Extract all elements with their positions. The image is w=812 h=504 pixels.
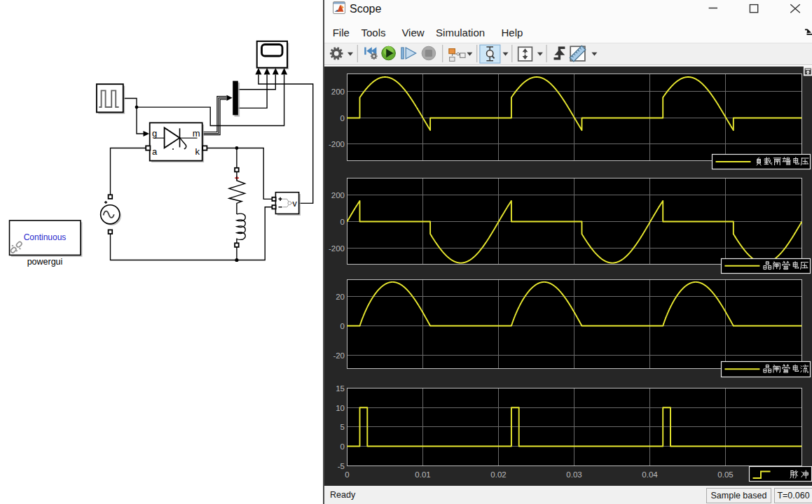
svg-text:-20: -20 [333,351,345,360]
svg-text:a: a [152,146,158,157]
svg-text:v: v [293,199,298,209]
svg-text:m: m [193,128,200,139]
svg-text:0.03: 0.03 [566,470,582,479]
svg-text:-200: -200 [329,244,345,253]
svg-text:-5: -5 [338,462,345,470]
svg-text:0: 0 [340,218,345,226]
svg-text:0: 0 [345,470,349,479]
svg-text:g: g [152,128,157,139]
svg-text:5: 5 [340,423,345,431]
svg-text:0.02: 0.02 [490,470,506,479]
svg-text:-200: -200 [329,140,345,148]
svg-text:0: 0 [340,114,345,122]
svg-text:k: k [195,146,200,157]
svg-text:powergui: powergui [27,257,63,267]
svg-text:20: 20 [336,293,345,301]
svg-text:0.01: 0.01 [415,470,430,479]
svg-text:10: 10 [336,404,345,412]
svg-text:Continuous: Continuous [24,232,67,242]
svg-text:200: 200 [331,88,345,96]
svg-text:200: 200 [331,191,345,200]
svg-text:0: 0 [340,442,345,451]
svg-text:15: 15 [336,384,345,393]
svg-text:0: 0 [340,322,345,330]
svg-text:0.04: 0.04 [642,470,658,479]
svg-text:0.05: 0.05 [717,470,733,479]
